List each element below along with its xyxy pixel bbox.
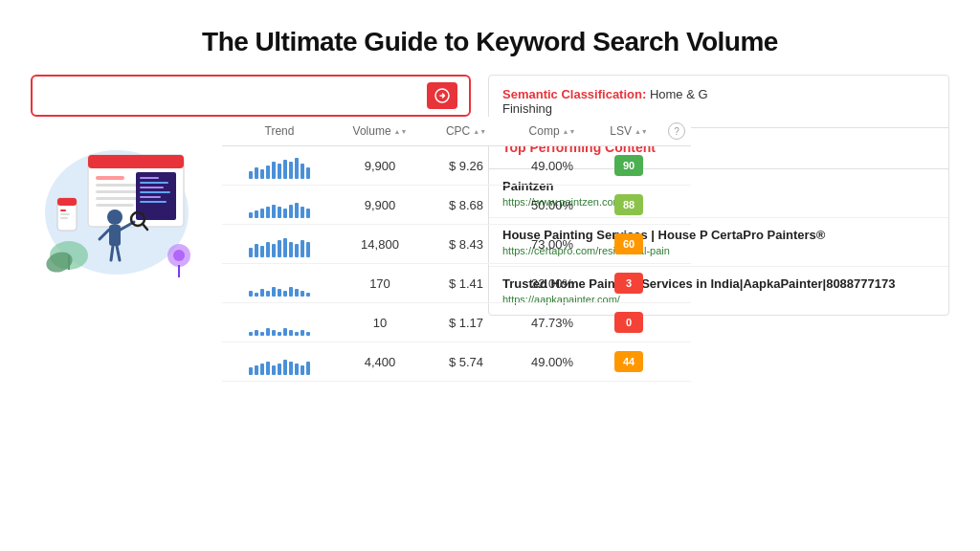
lsv-cell: 0 xyxy=(595,312,662,333)
table-row: 9,900$ 8.6850.00%88 xyxy=(222,186,691,225)
volume-cell: 10 xyxy=(337,316,423,330)
table-row: 10$ 1.1747.73%0 xyxy=(222,303,691,342)
comp-cell: 73.00% xyxy=(509,237,595,252)
comp-cell: 49.00% xyxy=(509,159,595,173)
cpc-cell: $ 1.17 xyxy=(423,316,509,330)
svg-rect-17 xyxy=(109,225,121,246)
table-row: 170$ 1.4132.00%3 xyxy=(222,264,691,303)
volume-cell: 14,800 xyxy=(337,237,423,252)
data-table: Trend Volume ▲▼ CPC ▲▼ Comp ▲▼ xyxy=(222,117,691,382)
table-body: 9,900$ 9.2649.00%909,900$ 8.6850.00%8814… xyxy=(222,146,691,382)
trend-cell xyxy=(222,152,337,179)
volume-cell: 9,900 xyxy=(337,159,423,173)
trend-cell xyxy=(222,309,337,336)
trend-cell xyxy=(222,270,337,297)
svg-rect-10 xyxy=(140,177,159,179)
volume-cell: 9,900 xyxy=(337,198,423,212)
col-trend: Trend xyxy=(222,122,337,140)
comp-cell: 47.73% xyxy=(509,316,595,330)
svg-rect-33 xyxy=(60,213,70,215)
cpc-cell: $ 1.41 xyxy=(423,276,509,291)
search-button[interactable] xyxy=(427,82,457,109)
svg-point-28 xyxy=(173,250,185,261)
svg-rect-12 xyxy=(140,187,164,188)
svg-rect-13 xyxy=(140,191,170,193)
col-lsv: LSV ▲▼ xyxy=(595,122,662,140)
svg-point-16 xyxy=(107,209,122,225)
svg-rect-32 xyxy=(60,209,66,211)
svg-rect-14 xyxy=(140,196,161,198)
svg-rect-4 xyxy=(96,176,124,180)
svg-rect-15 xyxy=(140,201,167,203)
cpc-cell: $ 8.68 xyxy=(423,198,509,212)
table-row: 14,800$ 8.4373.00%60 xyxy=(222,225,691,264)
arrow-right-icon xyxy=(434,88,450,103)
col-help: ? xyxy=(662,122,691,140)
cpc-cell: $ 8.43 xyxy=(423,237,509,252)
search-input[interactable] xyxy=(44,88,427,103)
volume-cell: 4,400 xyxy=(337,355,423,369)
cpc-cell: $ 9.26 xyxy=(423,159,509,173)
trend-cell xyxy=(222,191,337,218)
lsv-cell: 60 xyxy=(595,233,662,254)
lsv-cell: 88 xyxy=(595,194,662,215)
lsv-cell: 90 xyxy=(595,155,662,176)
comp-cell: 50.00% xyxy=(509,198,595,212)
sort-volume-icon[interactable]: ▲▼ xyxy=(394,128,408,135)
svg-rect-6 xyxy=(96,190,139,193)
semantic-label: Semantic Classification: Home & GFinishi… xyxy=(502,87,935,116)
col-comp: Comp ▲▼ xyxy=(509,122,595,140)
illustration xyxy=(31,107,222,298)
table-row: 4,400$ 5.7449.00%44 xyxy=(222,342,691,382)
page-title: The Ultimate Guide to Keyword Search Vol… xyxy=(202,27,778,57)
trend-cell xyxy=(222,348,337,375)
lsv-cell: 3 xyxy=(595,273,662,294)
table-header: Trend Volume ▲▼ CPC ▲▼ Comp ▲▼ xyxy=(222,117,691,146)
lsv-cell: 44 xyxy=(595,351,662,372)
sort-cpc-icon[interactable]: ▲▼ xyxy=(473,128,486,135)
svg-rect-31 xyxy=(57,198,77,206)
col-cpc: CPC ▲▼ xyxy=(423,122,509,140)
help-icon[interactable]: ? xyxy=(668,122,685,140)
comp-cell: 49.00% xyxy=(509,355,595,369)
sort-comp-icon[interactable]: ▲▼ xyxy=(563,128,576,135)
col-volume: Volume ▲▼ xyxy=(337,122,423,140)
cpc-cell: $ 5.74 xyxy=(423,355,509,369)
comp-cell: 32.00% xyxy=(509,276,595,291)
sort-lsv-icon[interactable]: ▲▼ xyxy=(635,128,648,135)
svg-line-22 xyxy=(111,246,113,260)
trend-cell xyxy=(222,231,337,257)
volume-cell: 170 xyxy=(337,276,423,291)
svg-rect-34 xyxy=(60,217,68,219)
svg-rect-8 xyxy=(96,204,134,207)
svg-rect-11 xyxy=(140,182,168,184)
table-row: 9,900$ 9.2649.00%90 xyxy=(222,146,691,186)
svg-rect-3 xyxy=(88,155,184,168)
